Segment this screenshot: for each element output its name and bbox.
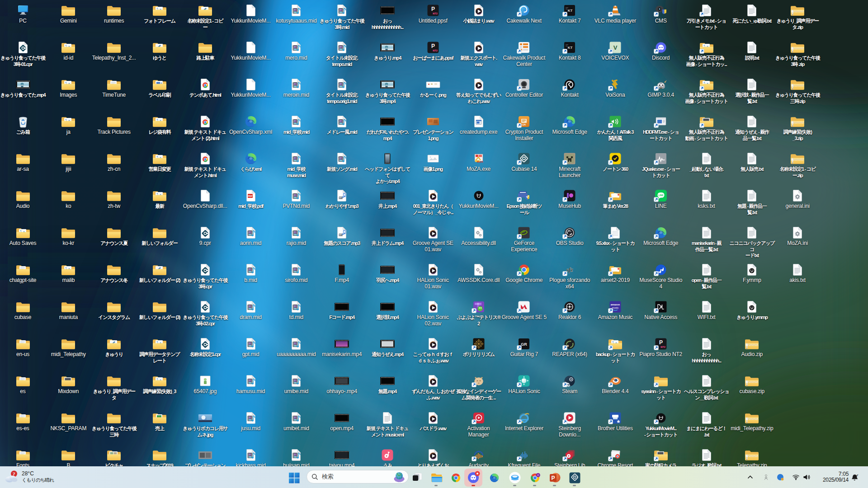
svg-text:amazon: amazon [611, 303, 620, 306]
svg-text:KT: KT [568, 9, 573, 13]
svg-text:NT2: NT2 [433, 49, 437, 52]
svg-text:z: z [857, 474, 858, 476]
svg-text:P: P [659, 339, 663, 346]
svg-text:P: P [431, 6, 435, 12]
svg-text:7: 7 [13, 471, 15, 476]
svg-text:MoZA: MoZA [477, 160, 483, 163]
svg-text:LINE: LINE [658, 194, 664, 197]
svg-text:PDF: PDF [248, 195, 252, 197]
svg-text:KT: KT [568, 46, 573, 50]
svg-text:V: V [613, 44, 618, 51]
svg-text:P: P [551, 475, 555, 481]
svg-text:CPI: CPI [523, 124, 526, 126]
svg-text:NT2: NT2 [660, 346, 665, 348]
svg-text:NT2: NT2 [433, 12, 437, 15]
svg-text:GR: GR [521, 342, 528, 347]
svg-text:P: P [431, 43, 435, 49]
svg-text:music: music [612, 306, 619, 309]
